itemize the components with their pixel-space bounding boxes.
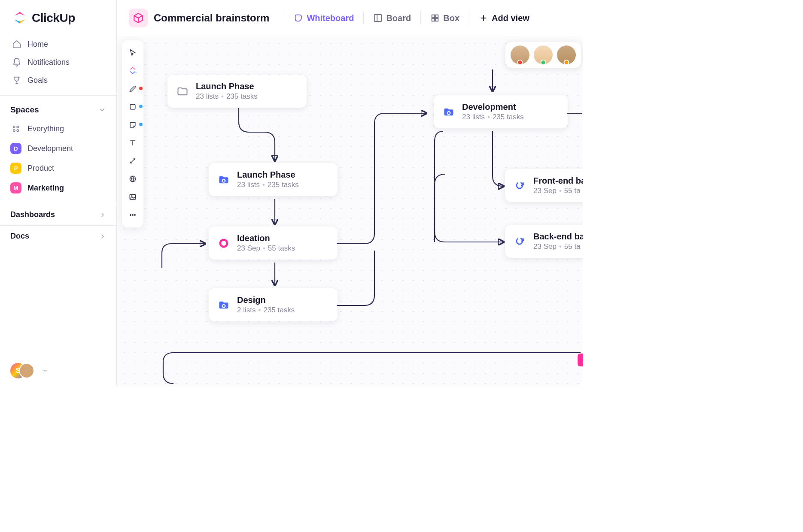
card-title: Launch Phase [196, 82, 258, 91]
caret-down-icon [42, 368, 48, 374]
collaborator-avatar-1 [511, 45, 529, 64]
board-icon [373, 13, 383, 23]
svg-rect-12 [130, 194, 135, 200]
svg-rect-4 [374, 15, 382, 22]
tool-clickup[interactable]: + [125, 63, 141, 79]
cube-icon [133, 12, 144, 24]
nav-goals[interactable]: Goals [5, 71, 111, 89]
user-menu[interactable]: S [0, 355, 116, 386]
space-marketing-label: Marketing [27, 184, 64, 193]
card-title: Front-end ba [533, 176, 583, 186]
nav-notifications[interactable]: Notifications [5, 53, 111, 71]
card-title: Ideation [237, 233, 295, 243]
plus-icon [479, 13, 488, 23]
space-product-label: Product [27, 164, 54, 173]
docs-section[interactable]: Docs [0, 225, 116, 247]
card-frontend[interactable]: Front-end ba 23 Sep•55 ta [505, 169, 583, 202]
folder-icon [175, 84, 190, 99]
chevron-right-icon [99, 233, 106, 240]
card-backend[interactable]: Back-end ba 23 Sep•55 ta [505, 225, 583, 258]
view-whiteboard[interactable]: Whiteboard [290, 12, 357, 25]
svg-rect-5 [432, 15, 435, 18]
grid-icon [10, 123, 21, 134]
sync-folder-icon [441, 105, 456, 119]
space-everything[interactable]: Everything [5, 119, 111, 139]
offscreen-card-edge [578, 354, 583, 366]
space-product[interactable]: P Product [5, 158, 111, 178]
tool-text[interactable] [125, 135, 141, 151]
tool-shape[interactable] [125, 99, 141, 115]
page-icon [129, 9, 148, 27]
add-view-button[interactable]: Add view [475, 12, 533, 25]
whiteboard-canvas[interactable]: + [117, 36, 583, 386]
tool-web[interactable] [125, 171, 141, 187]
text-icon [128, 139, 137, 147]
bell-icon [12, 57, 21, 67]
clickup-icon: + [128, 66, 137, 75]
svg-point-2 [13, 130, 15, 131]
sync-folder-icon [216, 298, 231, 312]
space-marketing[interactable]: M Marketing [5, 178, 111, 198]
pointer-icon [128, 48, 137, 57]
more-icon [128, 211, 137, 219]
dashboards-section[interactable]: Dashboards [0, 204, 116, 225]
view-whiteboard-label: Whiteboard [307, 13, 354, 23]
card-development[interactable]: Development 23 lists•235 tasks [434, 95, 568, 128]
svg-point-0 [13, 126, 15, 128]
svg-point-15 [132, 215, 134, 216]
card-design[interactable]: Design 2 lists•235 tasks [209, 288, 338, 321]
card-title: Design [237, 295, 295, 305]
svg-rect-7 [432, 18, 435, 21]
nav-goals-label: Goals [27, 76, 48, 85]
pen-icon [128, 85, 137, 93]
card-launch-phase-folder[interactable]: Launch Phase 23 lists•235 tasks [167, 75, 307, 108]
collaborator-avatar-2 [534, 45, 553, 64]
card-launch-phase[interactable]: Launch Phase 23 lists•235 tasks [209, 163, 338, 196]
tool-pointer[interactable] [125, 45, 141, 61]
view-box[interactable]: Box [427, 12, 463, 25]
home-icon [12, 39, 21, 49]
svg-point-1 [17, 126, 18, 128]
spaces-header[interactable]: Spaces [0, 99, 116, 119]
nav-home[interactable]: Home [5, 35, 111, 53]
loop-arrow-icon [513, 234, 527, 249]
nav-notifications-label: Notifications [27, 58, 70, 67]
nav-home-label: Home [27, 40, 48, 49]
whiteboard-toolbar: + [122, 40, 143, 227]
globe-icon [128, 175, 137, 183]
image-icon [128, 193, 137, 201]
brand-logo[interactable]: ClickUp [0, 0, 116, 33]
sidebar: ClickUp Home Notifications Goals Spaces [0, 0, 117, 386]
card-ideation[interactable]: Ideation 23 Sep•55 tasks [209, 227, 338, 260]
chevron-down-icon [98, 106, 106, 114]
square-icon [128, 103, 137, 111]
svg-rect-10 [130, 104, 135, 109]
space-development[interactable]: D Development [5, 139, 111, 158]
svg-point-3 [17, 130, 18, 131]
svg-rect-6 [435, 15, 438, 18]
space-badge-p: P [10, 163, 21, 174]
tool-pen[interactable] [125, 81, 141, 97]
tool-connector[interactable] [125, 153, 141, 169]
collaborators[interactable] [505, 42, 581, 68]
svg-point-16 [134, 215, 136, 216]
dashboards-label: Dashboards [10, 210, 55, 219]
tool-sticky[interactable] [125, 117, 141, 133]
tool-more[interactable] [125, 207, 141, 223]
svg-rect-8 [435, 18, 438, 21]
spaces-header-label: Spaces [10, 105, 39, 115]
card-title: Development [462, 102, 524, 112]
space-development-label: Development [27, 144, 73, 153]
card-title: Back-end ba [533, 232, 583, 242]
card-title: Launch Phase [237, 170, 299, 180]
topbar: Commercial brainstorm Whiteboard Board B… [117, 0, 583, 36]
whiteboard-icon [294, 13, 303, 23]
tool-image[interactable] [125, 189, 141, 205]
svg-text:+: + [135, 70, 137, 75]
collaborator-avatar-3 [557, 45, 576, 64]
view-box-label: Box [443, 13, 459, 23]
view-board[interactable]: Board [370, 12, 414, 25]
brand-name: ClickUp [32, 11, 75, 25]
add-view-label: Add view [492, 13, 529, 23]
svg-point-17 [220, 239, 227, 246]
